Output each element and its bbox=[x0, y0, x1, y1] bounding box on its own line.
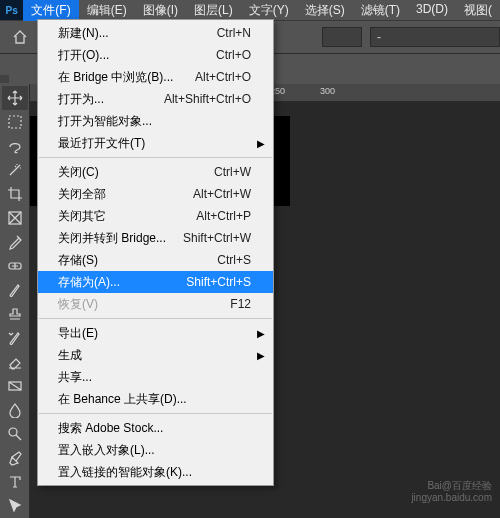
svg-point-4 bbox=[9, 428, 17, 436]
submenu-arrow-icon: ▶ bbox=[257, 328, 265, 339]
menu-item-shortcut: Shift+Ctrl+W bbox=[183, 231, 251, 245]
menu-item[interactable]: 关闭并转到 Bridge...Shift+Ctrl+W bbox=[38, 227, 273, 249]
menu-separator bbox=[39, 318, 272, 319]
options-field[interactable] bbox=[322, 27, 362, 47]
menu-图层[interactable]: 图层(L) bbox=[186, 0, 241, 21]
menu-编辑[interactable]: 编辑(E) bbox=[79, 0, 135, 21]
tool-magic-wand[interactable] bbox=[2, 158, 28, 182]
menu-item-label: 搜索 Adobe Stock... bbox=[58, 420, 251, 437]
menu-item-shortcut: Alt+Ctrl+P bbox=[196, 209, 251, 223]
tool-dodge[interactable] bbox=[2, 422, 28, 446]
menu-item-label: 在 Bridge 中浏览(B)... bbox=[58, 69, 195, 86]
menu-item[interactable]: 置入链接的智能对象(K)... bbox=[38, 461, 273, 483]
menu-item[interactable]: 最近打开文件(T)▶ bbox=[38, 132, 273, 154]
tool-stamp[interactable] bbox=[2, 302, 28, 326]
menu-item: 恢复(V)F12 bbox=[38, 293, 273, 315]
menubar: Ps 文件(F)编辑(E)图像(I)图层(L)文字(Y)选择(S)滤镜(T)3D… bbox=[0, 0, 500, 20]
file-menu-dropdown: 新建(N)...Ctrl+N打开(O)...Ctrl+O在 Bridge 中浏览… bbox=[37, 19, 274, 486]
menu-item-label: 关闭其它 bbox=[58, 208, 196, 225]
options-dropdown[interactable]: - bbox=[370, 27, 500, 47]
menu-item[interactable]: 新建(N)...Ctrl+N bbox=[38, 22, 273, 44]
tool-crop[interactable] bbox=[2, 182, 28, 206]
submenu-arrow-icon: ▶ bbox=[257, 350, 265, 361]
menu-separator bbox=[39, 157, 272, 158]
menu-item[interactable]: 关闭全部Alt+Ctrl+W bbox=[38, 183, 273, 205]
menu-3D[interactable]: 3D(D) bbox=[408, 0, 456, 21]
tool-marquee[interactable] bbox=[2, 110, 28, 134]
tool-eyedropper[interactable] bbox=[2, 230, 28, 254]
menu-item-label: 导出(E) bbox=[58, 325, 251, 342]
menu-item[interactable]: 打开(O)...Ctrl+O bbox=[38, 44, 273, 66]
home-icon[interactable] bbox=[8, 25, 32, 49]
menu-item-label: 最近打开文件(T) bbox=[58, 135, 251, 152]
menu-item-label: 关闭并转到 Bridge... bbox=[58, 230, 183, 247]
menu-item-shortcut: Alt+Ctrl+O bbox=[195, 70, 251, 84]
menu-item-shortcut: Ctrl+W bbox=[214, 165, 251, 179]
menu-item-shortcut: Ctrl+N bbox=[217, 26, 251, 40]
menu-item-shortcut: F12 bbox=[230, 297, 251, 311]
menu-item[interactable]: 共享... bbox=[38, 366, 273, 388]
menu-item[interactable]: 在 Bridge 中浏览(B)...Alt+Ctrl+O bbox=[38, 66, 273, 88]
menu-item[interactable]: 打开为...Alt+Shift+Ctrl+O bbox=[38, 88, 273, 110]
menu-滤镜[interactable]: 滤镜(T) bbox=[353, 0, 408, 21]
menu-item-label: 在 Behance 上共享(D)... bbox=[58, 391, 251, 408]
tool-brush[interactable] bbox=[2, 278, 28, 302]
tool-eraser[interactable] bbox=[2, 350, 28, 374]
menu-item-label: 存储(S) bbox=[58, 252, 217, 269]
menu-item-label: 打开(O)... bbox=[58, 47, 216, 64]
app-logo: Ps bbox=[0, 0, 23, 20]
menu-item-label: 置入嵌入对象(L)... bbox=[58, 442, 251, 459]
tool-path-select[interactable] bbox=[2, 494, 28, 518]
menu-选择[interactable]: 选择(S) bbox=[297, 0, 353, 21]
tool-healing[interactable] bbox=[2, 254, 28, 278]
menu-separator bbox=[39, 413, 272, 414]
tool-blur[interactable] bbox=[2, 398, 28, 422]
menu-item[interactable]: 导出(E)▶ bbox=[38, 322, 273, 344]
menu-item-shortcut: Alt+Shift+Ctrl+O bbox=[164, 92, 251, 106]
menu-图像[interactable]: 图像(I) bbox=[135, 0, 186, 21]
menu-item[interactable]: 置入嵌入对象(L)... bbox=[38, 439, 273, 461]
menu-item-shortcut: Ctrl+S bbox=[217, 253, 251, 267]
menu-文字[interactable]: 文字(Y) bbox=[241, 0, 297, 21]
ruler-tick: 300 bbox=[320, 86, 335, 96]
menu-item[interactable]: 搜索 Adobe Stock... bbox=[38, 417, 273, 439]
tool-history-brush[interactable] bbox=[2, 326, 28, 350]
tool-frame[interactable] bbox=[2, 206, 28, 230]
tool-gradient[interactable] bbox=[2, 374, 28, 398]
tool-move[interactable] bbox=[2, 86, 28, 110]
svg-rect-0 bbox=[9, 116, 21, 128]
menu-item-label: 共享... bbox=[58, 369, 251, 386]
menu-item-shortcut: Shift+Ctrl+S bbox=[186, 275, 251, 289]
menu-item-shortcut: Ctrl+O bbox=[216, 48, 251, 62]
menu-item[interactable]: 在 Behance 上共享(D)... bbox=[38, 388, 273, 410]
menu-item[interactable]: 生成▶ bbox=[38, 344, 273, 366]
menu-视图([interactable]: 视图( bbox=[456, 0, 500, 21]
menu-item-label: 新建(N)... bbox=[58, 25, 217, 42]
tool-pen[interactable] bbox=[2, 446, 28, 470]
menu-item[interactable]: 存储(S)Ctrl+S bbox=[38, 249, 273, 271]
menu-item[interactable]: 打开为智能对象... bbox=[38, 110, 273, 132]
menu-item-label: 置入链接的智能对象(K)... bbox=[58, 464, 251, 481]
menu-item-label: 关闭(C) bbox=[58, 164, 214, 181]
menu-item-label: 关闭全部 bbox=[58, 186, 193, 203]
menu-item-label: 打开为智能对象... bbox=[58, 113, 251, 130]
menu-item-label: 恢复(V) bbox=[58, 296, 230, 313]
panel-tab[interactable] bbox=[0, 75, 9, 83]
submenu-arrow-icon: ▶ bbox=[257, 138, 265, 149]
tool-type[interactable] bbox=[2, 470, 28, 494]
toolbox bbox=[0, 84, 30, 518]
menu-item-label: 生成 bbox=[58, 347, 251, 364]
menu-item[interactable]: 关闭其它Alt+Ctrl+P bbox=[38, 205, 273, 227]
tool-lasso[interactable] bbox=[2, 134, 28, 158]
menu-item[interactable]: 存储为(A)...Shift+Ctrl+S bbox=[38, 271, 273, 293]
menu-item-shortcut: Alt+Ctrl+W bbox=[193, 187, 251, 201]
menu-item-label: 打开为... bbox=[58, 91, 164, 108]
menu-文件[interactable]: 文件(F) bbox=[23, 0, 78, 21]
menu-item[interactable]: 关闭(C)Ctrl+W bbox=[38, 161, 273, 183]
menu-item-label: 存储为(A)... bbox=[58, 274, 186, 291]
watermark: Bai@百度经验 jingyan.baidu.com bbox=[411, 480, 492, 504]
